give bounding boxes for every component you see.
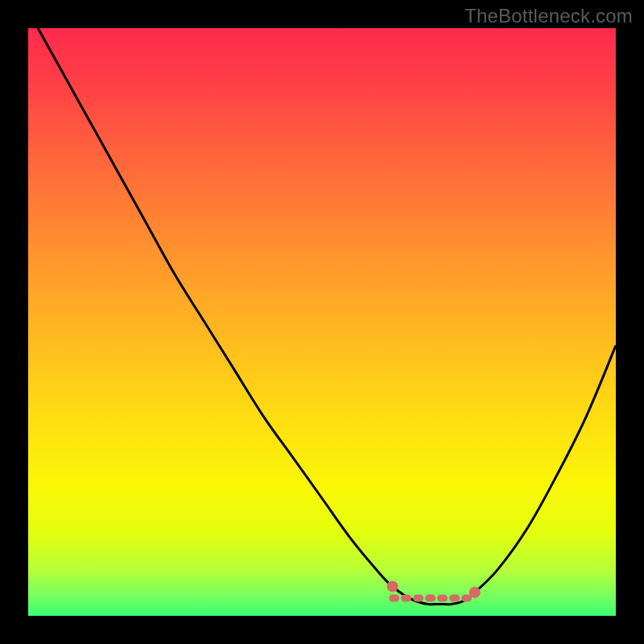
bottleneck-curve-svg — [28, 28, 616, 616]
chart-plot-area — [28, 28, 616, 616]
watermark-label: TheBottleneck.com — [464, 5, 633, 27]
range-left-dot — [387, 581, 398, 592]
bottleneck-curve-path — [28, 10, 616, 605]
range-right-dot — [469, 587, 481, 598]
